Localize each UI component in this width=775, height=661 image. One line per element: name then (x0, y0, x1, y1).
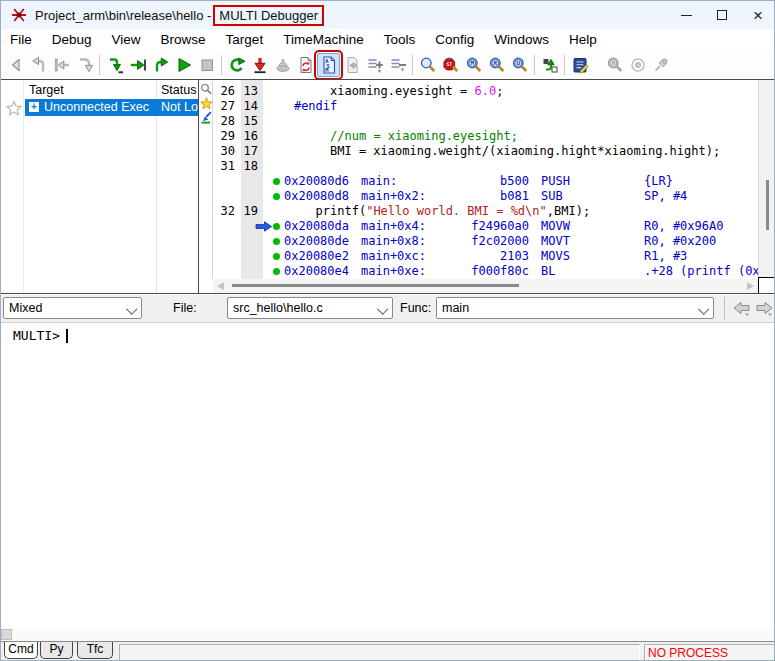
source-line[interactable]: 3118 (199, 159, 758, 174)
download-button[interactable] (248, 53, 271, 77)
target-row-selection[interactable]: + Unconnected Exec Not Loaded (25, 99, 198, 116)
breakpoint-dot-icon[interactable] (273, 193, 280, 200)
toolbar-separator (534, 55, 535, 75)
menu-config[interactable]: Config (425, 29, 484, 51)
step-into-button[interactable] (103, 53, 126, 77)
command-console[interactable]: MULTI> (1, 322, 775, 641)
view-registers-button[interactable]: R (485, 53, 508, 77)
edit-notes-button[interactable] (568, 53, 591, 77)
breakpoint-dot-icon[interactable] (273, 238, 280, 245)
file-select[interactable]: src_hello\hello.c (227, 297, 393, 319)
collapse-blocks-button[interactable] (386, 53, 409, 77)
go-up-level-button[interactable] (27, 53, 50, 77)
source-line[interactable]: 2815 (199, 114, 758, 129)
horizontal-scrollbar[interactable] (213, 279, 758, 293)
breakpoint-dot-icon[interactable] (273, 178, 280, 185)
breakpoint-dot-icon[interactable] (273, 223, 280, 230)
scrollbar-nub[interactable] (1, 629, 12, 640)
menu-debug[interactable]: Debug (42, 29, 102, 51)
menu-windows[interactable]: Windows (484, 29, 559, 51)
function-select[interactable]: main (436, 297, 714, 319)
view-navbar: Mixed File: src_hello\hello.c Func: main (1, 295, 775, 322)
main-area: Target Status + Unconnected Exec Not Loa… (1, 79, 775, 294)
view-memory-button[interactable]: M (462, 53, 485, 77)
close-button[interactable]: × (740, 1, 775, 29)
view-registers-icon: R (488, 56, 506, 74)
source-line[interactable]: 2613 xiaoming.eyesight = 6.0; (199, 84, 758, 99)
menu-view[interactable]: View (102, 29, 151, 51)
target-row[interactable]: + Unconnected Exec Not Loaded (1, 99, 198, 116)
horizontal-scrollbar-thumb[interactable] (232, 284, 519, 287)
step-out-button[interactable] (149, 53, 172, 77)
vertical-scrollbar-thumb[interactable] (766, 180, 769, 230)
source-line[interactable]: 3219 printf("Hello world. BMI = %d\n",BM… (199, 204, 758, 219)
line-number: 26 (213, 84, 235, 99)
go-button[interactable] (172, 53, 195, 77)
column-header-status[interactable]: Status (161, 83, 196, 97)
step-into-icon (106, 56, 124, 74)
asm-line[interactable]: 0x20080d6main:b500PUSH{LR} (199, 174, 758, 189)
source-text: BMI = xiaoming.weight/(xiaoming.hight*xi… (265, 144, 720, 159)
target-status: Not Loaded (161, 100, 198, 114)
profile-view-button (626, 53, 649, 77)
asm-line[interactable]: 0x20080e2main+0xc:2103MOVSR1, #3 (199, 249, 758, 264)
asm-line[interactable]: 0x20080demain+0x8:f2c02000MOVTR0, #0x200 (199, 234, 758, 249)
column-header-target[interactable]: Target (29, 83, 64, 97)
scroll-right-icon[interactable] (747, 282, 754, 290)
vertical-scrollbar[interactable] (758, 80, 775, 279)
menu-browse[interactable]: Browse (151, 29, 216, 51)
menu-target[interactable]: Target (216, 29, 274, 51)
restart-button[interactable] (225, 53, 248, 77)
history-back-button[interactable] (731, 300, 752, 317)
breakpoint-dot-icon[interactable] (273, 268, 280, 275)
asm-line[interactable]: 0x20080d8main+0x2:b081SUBSP, #4 (199, 189, 758, 204)
navigate-back-icon (7, 56, 25, 74)
menu-tools[interactable]: Tools (374, 29, 426, 51)
view-io-icon: U (511, 56, 529, 74)
expand-tree-icon[interactable]: + (29, 102, 39, 112)
asm-mnemonic: MOVS (541, 249, 570, 264)
step-over-button[interactable] (126, 53, 149, 77)
source-line[interactable]: 2714 #endif (199, 99, 758, 114)
favorite-star-icon[interactable] (6, 100, 22, 116)
asm-line[interactable]: 0x20080e4main+0xe:f000f80cBL.+28 (printf… (199, 264, 758, 279)
navigate-back-button[interactable] (4, 53, 27, 77)
expand-blocks-button[interactable] (363, 53, 386, 77)
window-title-highlighted: MULTI Debugger (213, 5, 324, 26)
view-breakpoints-icon: ST (442, 56, 460, 74)
view-browser-button[interactable] (416, 53, 439, 77)
console-tab-tfc[interactable]: Tfc (77, 642, 113, 659)
source-line[interactable]: 2916 //num = xiaoming.eyesight; (199, 129, 758, 144)
assembly-mode-button[interactable]: ASM (317, 53, 340, 77)
view-mode-select[interactable]: Mixed (3, 297, 142, 319)
view-breakpoints-button[interactable]: ST (439, 53, 462, 77)
svg-text:R: R (493, 59, 497, 66)
scroll-left-icon[interactable] (217, 282, 224, 290)
console-tab-cmd[interactable]: Cmd (4, 642, 38, 659)
status-cell-empty (119, 644, 640, 661)
reload-program-button[interactable] (294, 53, 317, 77)
collapse-blocks-icon (389, 56, 407, 74)
history-forward-button[interactable] (754, 300, 775, 317)
command-prompt-line[interactable]: MULTI> (13, 328, 68, 343)
maximize-button[interactable] (704, 1, 740, 29)
asm-address: 0x20080d8 (284, 189, 349, 204)
source-line[interactable]: 3017 BMI = xiaoming.weight/(xiaoming.hig… (199, 144, 758, 159)
view-io-button[interactable]: U (508, 53, 531, 77)
console-tab-py[interactable]: Py (40, 642, 73, 659)
menu-file[interactable]: File (1, 29, 42, 51)
go-back-to-start-button[interactable] (50, 53, 73, 77)
target-list-panel[interactable]: Target Status + Unconnected Exec Not Loa… (1, 80, 199, 293)
breakpoint-dot-icon[interactable] (273, 253, 280, 260)
source-text: xiaoming.eyesight = 6.0; (265, 84, 503, 99)
go-down-level-icon (76, 56, 94, 74)
console-scrollbar[interactable] (1, 629, 775, 641)
source-line-number: 17 (241, 144, 258, 159)
line-number: 29 (213, 129, 235, 144)
minimize-button[interactable] (668, 1, 704, 29)
menu-help[interactable]: Help (559, 29, 607, 51)
asm-line[interactable]: 0x20080damain+0x4:f24960a0MOVWR0, #0x96A… (199, 219, 758, 234)
go-down-level-button[interactable] (73, 53, 96, 77)
menu-timemachine[interactable]: TimeMachine (273, 29, 374, 51)
switch-target-window-button[interactable] (538, 53, 561, 77)
